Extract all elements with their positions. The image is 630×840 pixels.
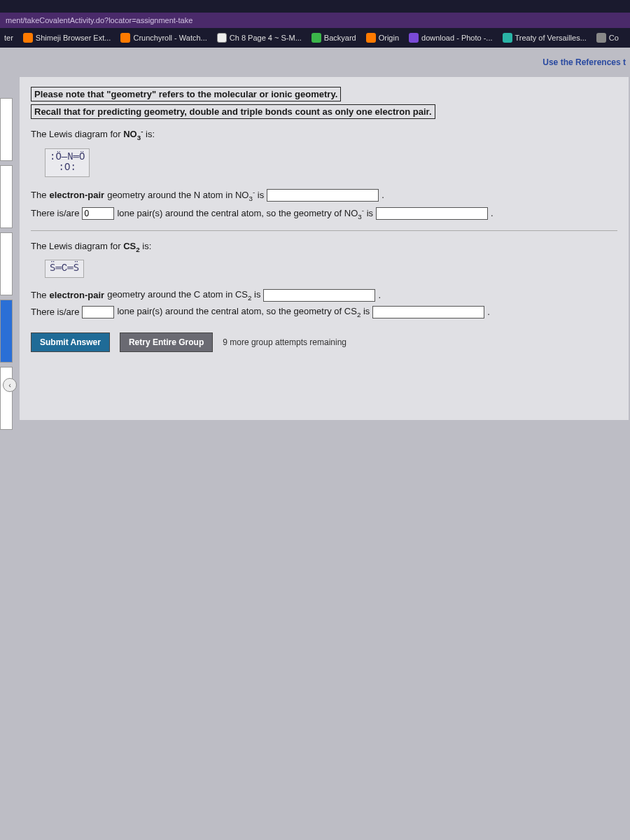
bookmark-item[interactable]: ter xyxy=(4,34,13,42)
text: lone pair(s) around the central atom, so… xyxy=(117,306,370,318)
menu-icon xyxy=(596,33,606,43)
bookmark-item[interactable]: Treaty of Versailles... xyxy=(503,33,587,43)
crunchyroll-icon xyxy=(120,33,130,43)
text: is: xyxy=(143,129,155,139)
sidebar-tab[interactable] xyxy=(0,98,13,161)
q1-lonepair-row: There is/are lone pair(s) around the cen… xyxy=(31,206,617,220)
bookmark-item[interactable]: Ch 8 Page 4 ~ S-M... xyxy=(217,33,302,43)
text: The Lewis diagram for xyxy=(31,241,123,251)
sidebar-tab-active[interactable] xyxy=(0,300,13,363)
text: There is/are xyxy=(31,208,79,218)
lewis-line: :O: xyxy=(50,162,85,173)
text: There is/are xyxy=(31,307,79,317)
sidebar-tab[interactable] xyxy=(0,367,13,430)
text: The xyxy=(31,190,46,200)
references-link[interactable]: Use the References t xyxy=(542,57,626,67)
origin-icon xyxy=(366,33,376,43)
text: electron-pair xyxy=(49,290,104,300)
shimeji-icon xyxy=(23,33,33,43)
text: . xyxy=(378,290,381,300)
note-geometry: Please note that "geometry" refers to th… xyxy=(31,87,341,102)
text: is: xyxy=(140,241,152,251)
bookmark-label: Shimeji Browser Ext... xyxy=(36,34,111,42)
bookmark-label: Origin xyxy=(379,34,399,42)
backyard-icon xyxy=(312,33,321,43)
text: electron-pair xyxy=(49,190,104,200)
text: The xyxy=(31,290,46,300)
bookmark-item[interactable]: Crunchyroll - Watch... xyxy=(120,33,206,43)
text: geometry around the N atom in NO3- is xyxy=(107,188,264,202)
url-text: ment/takeCovalentActivity.do?locator=ass… xyxy=(6,16,192,24)
separator xyxy=(31,230,617,231)
treaty-icon xyxy=(503,33,512,43)
question-card: Please note that "geometry" refers to th… xyxy=(20,77,629,420)
bookmark-label: Co xyxy=(609,34,619,42)
q2-lewis-diagram: S̈═C═S̈ xyxy=(45,260,84,277)
text: . xyxy=(382,190,384,200)
text: geometry around the C atom in CS2 is xyxy=(107,289,260,302)
q1-lonepair-count-input[interactable] xyxy=(82,207,114,220)
browser-tab-strip xyxy=(0,0,630,13)
retry-group-button[interactable]: Retry Entire Group xyxy=(120,332,213,352)
bookmark-item[interactable]: download - Photo -... xyxy=(409,33,493,43)
bookmark-item[interactable]: Shimeji Browser Ext... xyxy=(23,33,111,43)
download-icon xyxy=(409,33,419,43)
q1-lewis-diagram: :Ö—N═Ö :O: xyxy=(45,148,90,177)
submit-answer-button[interactable]: Submit Answer xyxy=(31,332,110,352)
bookmark-label: download - Photo -... xyxy=(421,34,493,42)
text: lone pair(s) around the central atom, so… xyxy=(117,206,373,220)
references-label: Use the References t xyxy=(542,57,626,67)
q1-geometry-input[interactable] xyxy=(376,207,488,220)
bookmark-item[interactable]: Co xyxy=(596,33,619,43)
bookmark-label: ter xyxy=(4,34,13,42)
bookmark-label: Backyard xyxy=(324,34,356,42)
lewis-line: S̈═C═S̈ xyxy=(50,263,79,274)
bookmark-label: Crunchyroll - Watch... xyxy=(133,34,206,42)
note-bonds: Recall that for predicting geometry, dou… xyxy=(31,104,435,119)
text: The Lewis diagram for xyxy=(31,129,123,139)
text: . xyxy=(491,208,493,218)
sidebar-expand-button[interactable]: ‹ xyxy=(3,378,17,392)
q1-electron-pair-row: The electron-pair geometry around the N … xyxy=(31,188,617,202)
url-bar[interactable]: ment/takeCovalentActivity.do?locator=ass… xyxy=(0,13,630,28)
bookmark-item[interactable]: Backyard xyxy=(312,33,356,43)
q2-electron-pair-input[interactable] xyxy=(263,289,375,302)
attempts-remaining: 9 more group attempts remaining xyxy=(223,337,346,347)
button-row: Submit Answer Retry Entire Group 9 more … xyxy=(31,332,617,352)
q2-lonepair-count-input[interactable] xyxy=(82,306,114,318)
sidebar-tab[interactable] xyxy=(0,232,13,295)
text: . xyxy=(487,307,490,317)
q1-intro: The Lewis diagram for NO3- is: xyxy=(31,127,617,141)
sidebar-tab[interactable] xyxy=(0,165,13,228)
bookmark-label: Ch 8 Page 4 ~ S-M... xyxy=(230,34,302,42)
lewis-line: :Ö—N═Ö xyxy=(50,152,85,162)
q2-electron-pair-row: The electron-pair geometry around the C … xyxy=(31,289,617,302)
q2-lonepair-row: There is/are lone pair(s) around the cen… xyxy=(31,306,617,318)
chevron-left-icon: ‹ xyxy=(8,381,11,389)
bookmarks-bar: ter Shimeji Browser Ext... Crunchyroll -… xyxy=(0,28,630,48)
q1-electron-pair-input[interactable] xyxy=(267,189,379,202)
bookmark-label: Treaty of Versailles... xyxy=(515,34,587,42)
bookmark-item[interactable]: Origin xyxy=(366,33,399,43)
q2-geometry-input[interactable] xyxy=(372,306,484,318)
doc-icon xyxy=(217,33,227,43)
q2-intro: The Lewis diagram for CS2 is: xyxy=(31,241,617,253)
